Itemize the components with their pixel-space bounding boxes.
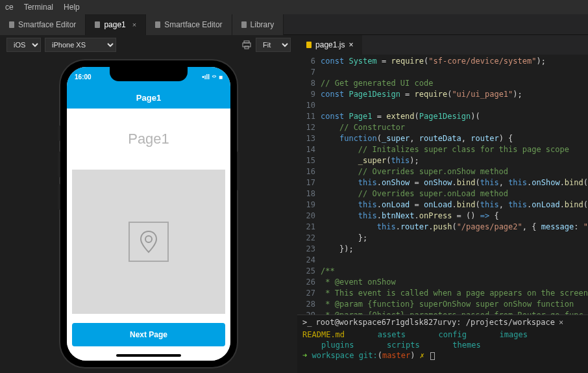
editor-tab[interactable]: page1.js × — [297, 35, 362, 55]
device-frame: 16:00 •ıll ⌔ ■ Page1 Page1 — [60, 60, 237, 367]
tab[interactable]: page1× — [86, 14, 146, 35]
menubar: ce Terminal Help — [0, 0, 588, 14]
code-content[interactable]: const System = require("sf-core/device/s… — [321, 55, 588, 315]
tabbar: Smartface Editorpage1×Smartface EditorLi… — [0, 14, 588, 35]
home-indicator — [116, 354, 181, 357]
editor-tab-label: page1.js — [315, 40, 345, 49]
close-icon[interactable]: × — [349, 40, 353, 49]
statusbar-time: 16:00 — [75, 73, 92, 81]
editor-tabbar: page1.js × — [297, 35, 588, 55]
line-numbers: 6 7 8 9 10 11 12 13 14 15 16 17 18 19 20… — [297, 55, 321, 315]
editor-pane: page1.js × 6 7 8 9 10 11 12 13 14 15 16 … — [297, 35, 588, 373]
device-screen[interactable]: 16:00 •ıll ⌔ ■ Page1 Page1 — [67, 67, 230, 361]
js-file-icon — [306, 42, 312, 48]
fit-select[interactable]: Fit — [256, 38, 291, 52]
svg-point-3 — [145, 236, 152, 242]
page-label[interactable]: Page1 — [67, 109, 230, 170]
tab-label: page1 — [104, 20, 125, 29]
terminal-tab-title[interactable]: root@workspace67r1gdlsk827urvy: /project… — [316, 318, 555, 327]
menu-item[interactable]: Terminal — [24, 3, 53, 12]
notch — [110, 67, 188, 81]
tab[interactable]: Library — [232, 14, 284, 35]
location-pin-icon — [129, 222, 169, 262]
terminal-prompt[interactable]: ➜ workspace git:(master) ✗ — [302, 350, 583, 361]
preview-toolbar: iOS iPhone XS Fit — [0, 35, 297, 55]
image-placeholder[interactable] — [72, 170, 225, 314]
headerbar: Page1 — [67, 86, 230, 109]
terminal-prompt-icon: >_ — [302, 318, 312, 327]
terminal-output: README.md assets config images plugins s… — [302, 329, 583, 350]
file-icon — [9, 21, 14, 28]
terminal[interactable]: >_ root@workspace67r1gdlsk827urvy: /proj… — [297, 315, 588, 373]
file-icon — [155, 21, 160, 28]
wifi-icon: ⌔ — [212, 73, 216, 81]
file-icon — [241, 21, 247, 28]
code-editor[interactable]: 6 7 8 9 10 11 12 13 14 15 16 17 18 19 20… — [297, 55, 588, 315]
tab-label: Smartface Editor — [164, 20, 222, 29]
menu-item[interactable]: Help — [64, 3, 80, 12]
close-icon[interactable]: × — [132, 21, 136, 29]
tab[interactable]: Smartface Editor — [146, 14, 232, 35]
close-icon[interactable]: × — [559, 318, 563, 327]
tab[interactable]: Smartface Editor — [0, 14, 86, 35]
preview-pane: iOS iPhone XS Fit 16:00 •ıll ⌔ ■ — [0, 35, 297, 373]
next-page-button[interactable]: Next Page — [72, 323, 225, 346]
signal-icon: •ıll — [202, 73, 210, 81]
tab-label: Library — [251, 20, 275, 29]
tab-label: Smartface Editor — [18, 20, 76, 29]
print-icon[interactable] — [241, 40, 252, 50]
platform-select[interactable]: iOS — [6, 38, 41, 52]
device-select[interactable]: iPhone XS — [45, 38, 116, 52]
menu-item[interactable]: ce — [5, 3, 14, 12]
battery-icon: ■ — [219, 73, 223, 81]
headerbar-title: Page1 — [136, 93, 161, 103]
file-icon — [95, 21, 100, 28]
